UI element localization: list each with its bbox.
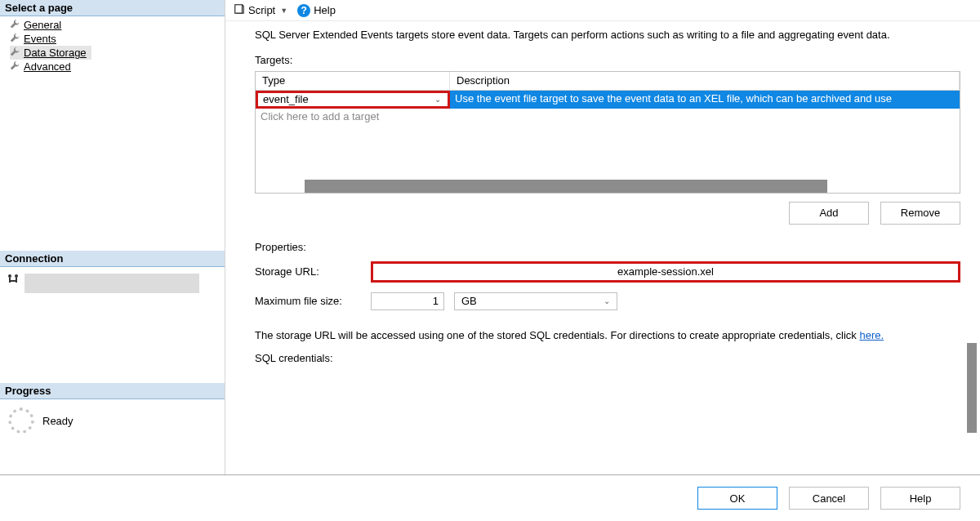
chevron-down-icon: ⌄ xyxy=(604,296,610,305)
intro-text: SQL Server Extended Events targets store… xyxy=(255,28,960,42)
table-row-placeholder[interactable]: Click here to add a target xyxy=(256,109,960,127)
max-file-size-value: 1 xyxy=(433,295,439,307)
script-button[interactable]: Script ▼ xyxy=(230,2,291,18)
svg-rect-5 xyxy=(235,5,243,14)
properties-label: Properties: xyxy=(255,241,960,253)
script-label: Script xyxy=(248,4,275,16)
add-target-placeholder[interactable]: Click here to add a target xyxy=(256,109,450,127)
ok-button[interactable]: OK xyxy=(697,487,777,510)
max-file-size-input[interactable]: 1 xyxy=(371,292,444,310)
svg-rect-4 xyxy=(9,280,17,282)
grid-horizontal-scrollbar[interactable] xyxy=(256,180,960,193)
sidebar-item-events[interactable]: Events xyxy=(10,32,225,46)
credentials-help-link[interactable]: here. xyxy=(859,329,884,341)
sidebar-item-label: Data Storage xyxy=(24,47,87,59)
vertical-scrollbar[interactable] xyxy=(967,343,977,433)
sidebar-item-label: Advanced xyxy=(24,60,71,73)
sidebar-item-data-storage[interactable]: Data Storage xyxy=(10,46,91,60)
sidebar-item-general[interactable]: General xyxy=(10,18,225,32)
sidebar: Select a page General Events xyxy=(0,0,225,474)
help-button[interactable]: ? Help xyxy=(294,3,339,18)
chevron-down-icon: ⌄ xyxy=(434,95,441,104)
connection-icon xyxy=(7,274,20,289)
svg-point-0 xyxy=(8,274,11,278)
targets-grid: Type Description event_file ⌄ Use the ev… xyxy=(255,71,960,194)
progress-status: Ready xyxy=(42,415,74,427)
table-row[interactable]: event_file ⌄ Use the event file target t… xyxy=(256,91,960,109)
wrench-icon xyxy=(10,61,20,72)
page-nav-list: General Events Data Storage xyxy=(0,16,225,78)
add-button[interactable]: Add xyxy=(789,202,869,225)
cancel-button[interactable]: Cancel xyxy=(789,487,869,510)
max-file-size-label: Maximum file size: xyxy=(255,295,361,307)
storage-url-input[interactable]: example-session.xel xyxy=(371,261,960,283)
connection-header: Connection xyxy=(0,251,225,267)
toolbar: Script ▼ ? Help xyxy=(225,0,980,21)
remove-button[interactable]: Remove xyxy=(880,202,960,225)
target-type-select[interactable]: event_file ⌄ xyxy=(256,91,450,109)
storage-url-label: Storage URL: xyxy=(255,265,361,278)
main-panel: Script ▼ ? Help SQL Server Extended Even… xyxy=(225,0,980,474)
help-footer-button[interactable]: Help xyxy=(880,487,960,510)
scrollbar-thumb[interactable] xyxy=(305,180,827,193)
sql-credentials-label: SQL credentials: xyxy=(255,352,361,364)
wrench-icon xyxy=(10,20,20,30)
storage-url-value: example-session.xel xyxy=(617,265,714,278)
targets-label: Targets: xyxy=(255,54,960,66)
max-file-size-unit-value: GB xyxy=(461,295,477,307)
grid-header-description[interactable]: Description xyxy=(450,72,960,91)
help-label: Help xyxy=(314,4,336,16)
credentials-note: The storage URL will be accessed using o… xyxy=(255,328,960,343)
sidebar-item-label: General xyxy=(24,19,61,31)
dialog-footer: OK Cancel Help xyxy=(0,475,980,521)
progress-spinner-icon xyxy=(8,407,34,434)
script-icon xyxy=(234,3,245,17)
sidebar-item-advanced[interactable]: Advanced xyxy=(10,60,225,73)
progress-header: Progress xyxy=(0,383,225,399)
credentials-note-text: The storage URL will be accessed using o… xyxy=(255,329,859,341)
connection-value xyxy=(24,274,199,293)
select-page-header: Select a page xyxy=(0,0,225,16)
chevron-down-icon: ▼ xyxy=(280,7,287,15)
svg-point-2 xyxy=(15,274,18,278)
wrench-icon xyxy=(10,47,20,58)
max-file-size-unit-select[interactable]: GB ⌄ xyxy=(454,292,617,310)
progress-section: Ready xyxy=(0,399,225,442)
sidebar-item-label: Events xyxy=(24,33,56,45)
connection-section xyxy=(0,267,225,309)
help-icon: ? xyxy=(297,4,310,17)
wrench-icon xyxy=(10,33,20,44)
grid-header-type[interactable]: Type xyxy=(256,72,450,91)
target-description: Use the event file target to save the ev… xyxy=(450,91,960,109)
target-type-value: event_file xyxy=(263,93,309,105)
